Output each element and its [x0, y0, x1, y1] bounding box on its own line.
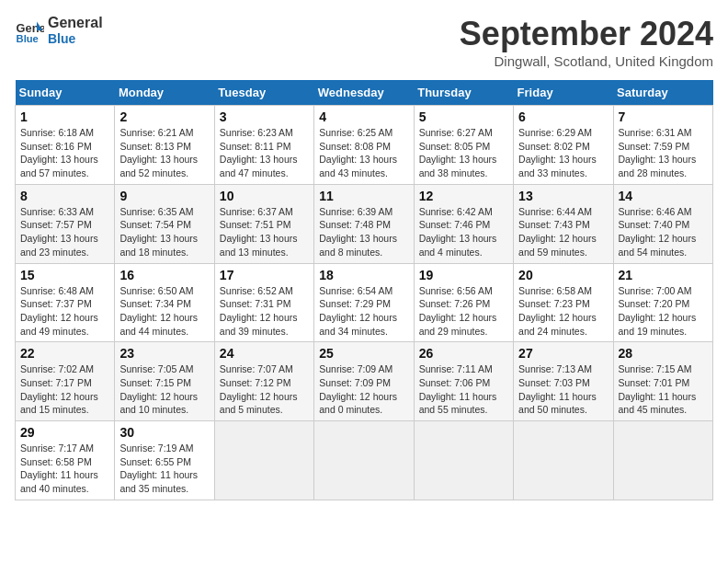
day-info: Sunrise: 6:33 AM Sunset: 7:57 PM Dayligh…: [20, 205, 109, 259]
day-number: 5: [419, 109, 508, 124]
weekday-header-thursday: Thursday: [414, 80, 513, 106]
day-info: Sunrise: 6:42 AM Sunset: 7:46 PM Dayligh…: [419, 205, 508, 259]
day-info: Sunrise: 6:27 AM Sunset: 8:05 PM Dayligh…: [419, 126, 508, 180]
day-info: Sunrise: 7:19 AM Sunset: 6:55 PM Dayligh…: [119, 442, 209, 496]
logo-line1: General: [48, 15, 103, 31]
calendar-cell: [314, 421, 414, 500]
day-number: 18: [319, 268, 408, 282]
logo: General Blue General Blue: [15, 15, 103, 46]
weekday-header-saturday: Saturday: [613, 80, 712, 106]
calendar-cell: 28Sunrise: 7:15 AM Sunset: 7:01 PM Dayli…: [613, 342, 712, 421]
calendar-cell: 17Sunrise: 6:52 AM Sunset: 7:31 PM Dayli…: [214, 263, 313, 342]
day-number: 6: [518, 109, 608, 124]
calendar-cell: 13Sunrise: 6:44 AM Sunset: 7:43 PM Dayli…: [514, 184, 613, 263]
calendar-cell: 24Sunrise: 7:07 AM Sunset: 7:12 PM Dayli…: [214, 342, 313, 421]
day-info: Sunrise: 6:35 AM Sunset: 7:54 PM Dayligh…: [119, 205, 209, 259]
day-info: Sunrise: 7:17 AM Sunset: 6:58 PM Dayligh…: [20, 442, 109, 496]
day-info: Sunrise: 7:07 AM Sunset: 7:12 PM Dayligh…: [220, 362, 309, 417]
day-number: 22: [20, 346, 109, 361]
day-number: 7: [619, 109, 708, 124]
weekday-header-monday: Monday: [115, 80, 214, 106]
day-number: 13: [518, 189, 608, 203]
day-number: 4: [319, 109, 408, 124]
day-number: 30: [119, 425, 209, 440]
day-info: Sunrise: 6:56 AM Sunset: 7:26 PM Dayligh…: [419, 284, 508, 339]
calendar-cell: 9Sunrise: 6:35 AM Sunset: 7:54 PM Daylig…: [115, 184, 214, 263]
day-number: 24: [220, 346, 309, 361]
calendar-cell: 6Sunrise: 6:29 AM Sunset: 8:02 PM Daylig…: [514, 106, 613, 185]
day-number: 26: [419, 346, 508, 361]
day-number: 2: [119, 109, 209, 124]
calendar-cell: 7Sunrise: 6:31 AM Sunset: 7:59 PM Daylig…: [613, 106, 712, 185]
day-info: Sunrise: 7:02 AM Sunset: 7:17 PM Dayligh…: [20, 362, 109, 417]
weekday-header-wednesday: Wednesday: [314, 80, 414, 106]
day-number: 17: [220, 268, 309, 282]
day-number: 23: [119, 346, 209, 361]
calendar-cell: 22Sunrise: 7:02 AM Sunset: 7:17 PM Dayli…: [16, 342, 115, 421]
day-info: Sunrise: 6:21 AM Sunset: 8:13 PM Dayligh…: [119, 126, 209, 180]
logo-icon: General Blue: [15, 16, 44, 45]
calendar-cell: [214, 421, 313, 500]
day-info: Sunrise: 7:11 AM Sunset: 7:06 PM Dayligh…: [419, 362, 508, 417]
day-info: Sunrise: 6:29 AM Sunset: 8:02 PM Dayligh…: [518, 126, 608, 180]
day-number: 15: [20, 268, 109, 282]
day-info: Sunrise: 6:46 AM Sunset: 7:40 PM Dayligh…: [619, 205, 708, 259]
title-block: September 2024 Dingwall, Scotland, Unite…: [460, 15, 713, 69]
day-info: Sunrise: 7:05 AM Sunset: 7:15 PM Dayligh…: [119, 362, 209, 417]
calendar-cell: 26Sunrise: 7:11 AM Sunset: 7:06 PM Dayli…: [414, 342, 513, 421]
day-info: Sunrise: 6:58 AM Sunset: 7:23 PM Dayligh…: [518, 284, 608, 339]
calendar-cell: 2Sunrise: 6:21 AM Sunset: 8:13 PM Daylig…: [115, 106, 214, 185]
day-info: Sunrise: 6:54 AM Sunset: 7:29 PM Dayligh…: [319, 284, 408, 339]
svg-text:Blue: Blue: [17, 33, 39, 44]
weekday-header-sunday: Sunday: [16, 80, 115, 106]
day-number: 25: [319, 346, 408, 361]
day-number: 3: [220, 109, 309, 124]
calendar-week-1: 1Sunrise: 6:18 AM Sunset: 8:16 PM Daylig…: [16, 106, 713, 185]
month-title: September 2024: [460, 15, 713, 53]
day-number: 1: [20, 109, 109, 124]
calendar-cell: 19Sunrise: 6:56 AM Sunset: 7:26 PM Dayli…: [414, 263, 513, 342]
location: Dingwall, Scotland, United Kingdom: [460, 53, 713, 69]
day-number: 9: [119, 189, 209, 203]
calendar-week-3: 15Sunrise: 6:48 AM Sunset: 7:37 PM Dayli…: [16, 263, 713, 342]
calendar-cell: 1Sunrise: 6:18 AM Sunset: 8:16 PM Daylig…: [16, 106, 115, 185]
day-info: Sunrise: 7:09 AM Sunset: 7:09 PM Dayligh…: [319, 362, 408, 417]
day-number: 8: [20, 189, 109, 203]
day-info: Sunrise: 6:44 AM Sunset: 7:43 PM Dayligh…: [518, 205, 608, 259]
day-info: Sunrise: 6:39 AM Sunset: 7:48 PM Dayligh…: [319, 205, 408, 259]
calendar-cell: 21Sunrise: 7:00 AM Sunset: 7:20 PM Dayli…: [613, 263, 712, 342]
day-info: Sunrise: 7:13 AM Sunset: 7:03 PM Dayligh…: [518, 362, 608, 417]
page-header: General Blue General Blue September 2024…: [15, 15, 713, 69]
calendar-cell: 8Sunrise: 6:33 AM Sunset: 7:57 PM Daylig…: [16, 184, 115, 263]
day-info: Sunrise: 6:18 AM Sunset: 8:16 PM Dayligh…: [20, 126, 109, 180]
calendar-cell: 11Sunrise: 6:39 AM Sunset: 7:48 PM Dayli…: [314, 184, 414, 263]
day-number: 27: [518, 346, 608, 361]
day-number: 10: [220, 189, 309, 203]
calendar-header-row: SundayMondayTuesdayWednesdayThursdayFrid…: [16, 80, 713, 106]
day-number: 12: [419, 189, 508, 203]
calendar-cell: 20Sunrise: 6:58 AM Sunset: 7:23 PM Dayli…: [514, 263, 613, 342]
calendar-cell: 14Sunrise: 6:46 AM Sunset: 7:40 PM Dayli…: [613, 184, 712, 263]
calendar-cell: [514, 421, 613, 500]
weekday-header-friday: Friday: [514, 80, 613, 106]
calendar-cell: 10Sunrise: 6:37 AM Sunset: 7:51 PM Dayli…: [214, 184, 313, 263]
calendar-week-5: 29Sunrise: 7:17 AM Sunset: 6:58 PM Dayli…: [16, 421, 713, 500]
day-number: 16: [119, 268, 209, 282]
day-number: 11: [319, 189, 408, 203]
calendar-cell: 5Sunrise: 6:27 AM Sunset: 8:05 PM Daylig…: [414, 106, 513, 185]
calendar-cell: [414, 421, 513, 500]
day-info: Sunrise: 6:50 AM Sunset: 7:34 PM Dayligh…: [119, 284, 209, 339]
day-info: Sunrise: 7:15 AM Sunset: 7:01 PM Dayligh…: [619, 362, 708, 417]
logo-line2: Blue: [48, 31, 103, 46]
day-info: Sunrise: 6:23 AM Sunset: 8:11 PM Dayligh…: [220, 126, 309, 180]
weekday-header-tuesday: Tuesday: [214, 80, 313, 106]
calendar-cell: 18Sunrise: 6:54 AM Sunset: 7:29 PM Dayli…: [314, 263, 414, 342]
calendar-table: SundayMondayTuesdayWednesdayThursdayFrid…: [15, 80, 713, 500]
calendar-cell: 16Sunrise: 6:50 AM Sunset: 7:34 PM Dayli…: [115, 263, 214, 342]
day-info: Sunrise: 6:48 AM Sunset: 7:37 PM Dayligh…: [20, 284, 109, 339]
calendar-cell: 4Sunrise: 6:25 AM Sunset: 8:08 PM Daylig…: [314, 106, 414, 185]
day-info: Sunrise: 6:37 AM Sunset: 7:51 PM Dayligh…: [220, 205, 309, 259]
calendar-cell: 23Sunrise: 7:05 AM Sunset: 7:15 PM Dayli…: [115, 342, 214, 421]
day-info: Sunrise: 6:52 AM Sunset: 7:31 PM Dayligh…: [220, 284, 309, 339]
calendar-cell: 27Sunrise: 7:13 AM Sunset: 7:03 PM Dayli…: [514, 342, 613, 421]
